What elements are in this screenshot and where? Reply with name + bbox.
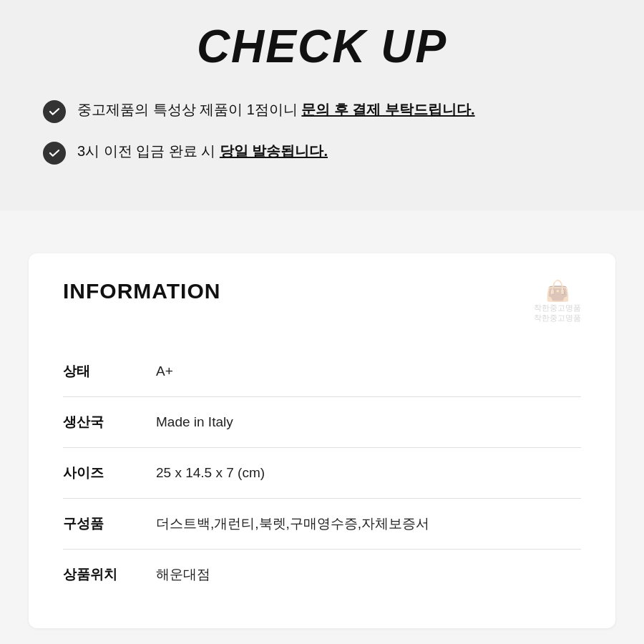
- table-row-location: 상품위치 해운대점: [63, 549, 581, 600]
- watermark: 👜 착한중고명품착한중고명품: [534, 279, 581, 323]
- info-card-title: INFORMATION: [63, 279, 220, 303]
- info-header: INFORMATION 👜 착한중고명품착한중고명품: [63, 279, 581, 323]
- page-title: CHECK UP: [29, 20, 615, 73]
- checklist-text-1: 중고제품의 특성상 제품이 1점이니 문의 후 결제 부탁드립니다.: [77, 99, 475, 120]
- checklist-text-2: 3시 이전 입금 완료 시 당일 발송됩니다.: [77, 140, 328, 162]
- info-table: 상태 A+ 생산국 Made in Italy 사이즈 25 x 14.5 x …: [63, 346, 581, 600]
- watermark-icon: 👜: [545, 279, 570, 303]
- table-row-origin: 생산국 Made in Italy: [63, 396, 581, 447]
- header-section: CHECK UP 중고제품의 특성상 제품이 1점이니 문의 후 결제 부탁드립…: [0, 0, 644, 210]
- checklist: 중고제품의 특성상 제품이 1점이니 문의 후 결제 부탁드립니다. 3시 이전…: [29, 99, 615, 165]
- checklist-item-1: 중고제품의 특성상 제품이 1점이니 문의 후 결제 부탁드립니다.: [43, 99, 601, 123]
- info-card: INFORMATION 👜 착한중고명품착한중고명품 상태 A+ 생산국 Mad…: [29, 253, 615, 628]
- table-row-size: 사이즈 25 x 14.5 x 7 (cm): [63, 447, 581, 498]
- label-size: 사이즈: [63, 447, 156, 498]
- label-condition: 상태: [63, 346, 156, 397]
- label-components: 구성품: [63, 498, 156, 549]
- label-origin: 생산국: [63, 396, 156, 447]
- label-location: 상품위치: [63, 549, 156, 600]
- value-size: 25 x 14.5 x 7 (cm): [156, 447, 581, 498]
- checklist-item-2: 3시 이전 입금 완료 시 당일 발송됩니다.: [43, 140, 601, 165]
- table-row-components: 구성품 더스트백,개런티,북렛,구매영수증,자체보증서: [63, 498, 581, 549]
- check-icon-1: [43, 100, 66, 123]
- value-components: 더스트백,개런티,북렛,구매영수증,자체보증서: [156, 498, 581, 549]
- value-condition: A+: [156, 346, 581, 397]
- check-icon-2: [43, 142, 66, 165]
- spacer: [0, 210, 644, 253]
- table-row-condition: 상태 A+: [63, 346, 581, 397]
- value-location: 해운대점: [156, 549, 581, 600]
- value-origin: Made in Italy: [156, 396, 581, 447]
- watermark-text: 착한중고명품착한중고명품: [534, 303, 581, 323]
